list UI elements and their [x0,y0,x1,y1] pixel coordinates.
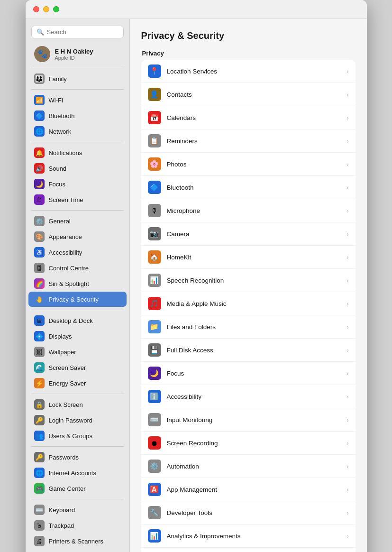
sidebar-item-wallpaper[interactable]: 🖼 Wallpaper [28,344,127,359]
sidebar-item-label: Focus [49,181,65,188]
row-homekit[interactable]: 🏠 HomeKit › [141,246,356,269]
close-button[interactable] [33,6,39,12]
row-speech-recognition[interactable]: 📊 Speech Recognition › [141,269,356,292]
row-location-services[interactable]: 📍 Location Services › [141,60,356,83]
chevron-icon: › [346,91,348,98]
row-reminders[interactable]: 📋 Reminders › [141,129,356,153]
sidebar-item-lock-screen[interactable]: 🔒 Lock Screen [28,397,127,412]
sidebar-item-privacy-security[interactable]: 🤚 Privacy & Security [28,292,127,307]
row-bluetooth[interactable]: 🔷 Bluetooth › [141,176,356,199]
family-icon: 👨‍👩‍👦 [34,74,45,84]
user-info: E H N Oakley Apple ID [55,48,93,61]
row-developer-tools[interactable]: 🔧 Developer Tools › [141,501,356,524]
chevron-icon: › [346,393,348,400]
sidebar-item-label: Keyboard [49,506,75,514]
location-services-icon: 📍 [148,64,161,78]
control-centre-icon: 🎛 [34,263,45,273]
sidebar-item-siri-spotlight[interactable]: 🌈 Siri & Spotlight [28,276,127,291]
row-camera[interactable]: 📷 Camera › [141,222,356,246]
section-label: Privacy [141,50,356,57]
row-full-disk-access[interactable]: 💾 Full Disk Access › [141,339,356,362]
sidebar-item-desktop-dock[interactable]: 🖥 Desktop & Dock [28,313,127,328]
sidebar: 🔍 🐾 E H N Oakley Apple ID 👨‍👩‍👦 Family [26,19,130,552]
sidebar-item-label: Siri & Spotlight [49,280,89,287]
search-box[interactable]: 🔍 [31,26,124,38]
sidebar-item-wifi[interactable]: 📶 Wi-Fi [28,92,127,108]
row-contacts[interactable]: 👤 Contacts › [141,83,356,106]
sidebar-item-label: Login Password [49,417,93,424]
sidebar-item-keyboard[interactable]: ⌨️ Keyboard [28,502,127,517]
minimize-button[interactable] [43,6,49,12]
sidebar-item-appearance[interactable]: 🎨 Appearance [28,229,127,244]
search-input[interactable] [47,28,119,36]
notifications-icon: 🔔 [34,147,45,158]
row-app-management[interactable]: 🅰️ App Management › [141,478,356,501]
row-label: Photos [167,161,341,168]
row-analytics-improvements[interactable]: 📊 Analytics & Improvements › [141,524,356,548]
row-media-apple-music[interactable]: 🎵 Media & Apple Music › [141,292,356,315]
row-input-monitoring[interactable]: ⌨️ Input Monitoring › [141,408,356,432]
chevron-icon: › [346,370,348,377]
sidebar-item-displays[interactable]: 💠 Displays [28,329,127,344]
sidebar-item-network[interactable]: 🌐 Network [28,124,127,139]
reminders-icon: 📋 [148,134,161,147]
row-files-folders[interactable]: 📁 Files and Folders › [141,315,356,339]
row-screen-recording[interactable]: ⏺ Screen Recording › [141,432,356,455]
sidebar-item-accessibility[interactable]: ♿ Accessibility [28,245,127,260]
maximize-button[interactable] [53,6,59,12]
screen-recording-icon: ⏺ [148,436,161,450]
sidebar-item-notifications[interactable]: 🔔 Notifications [28,145,127,160]
sidebar-item-label: Trackpad [49,522,74,529]
row-label: Screen Recording [167,440,341,447]
sidebar-item-label: Bluetooth [49,112,75,120]
sidebar-item-label: Accessibility [49,249,82,256]
sidebar-item-family[interactable]: 👨‍👩‍👦 Family [28,71,127,86]
sidebar-item-energy-saver[interactable]: ⚡ Energy Saver [28,376,127,391]
files-folders-icon: 📁 [148,320,161,333]
row-microphone[interactable]: 🎙 Microphone › [141,199,356,222]
sidebar-item-login-password[interactable]: 🔑 Login Password [28,413,127,428]
sidebar-item-game-center[interactable]: 🎮 Game Center [28,481,127,496]
trackpad-icon: 🖱 [34,520,45,531]
general-icon: ⚙️ [34,216,45,226]
title-bar [26,0,367,19]
sidebar-item-label: Printers & Scanners [49,538,104,545]
chevron-icon: › [346,300,348,307]
user-profile-item[interactable]: 🐾 E H N Oakley Apple ID [28,43,127,65]
sidebar-item-general[interactable]: ⚙️ General [28,213,127,229]
displays-icon: 💠 [34,331,45,341]
full-disk-access-icon: 💾 [148,343,161,357]
sidebar-item-screen-time[interactable]: ⏱ Screen Time [28,192,127,207]
chevron-icon: › [346,68,348,75]
sidebar-item-sound[interactable]: 🔊 Sound [28,161,127,176]
sidebar-item-passwords[interactable]: 🔑 Passwords [28,450,127,465]
sidebar-item-focus[interactable]: 🌙 Focus [28,176,127,192]
row-label: Developer Tools [167,509,341,516]
sidebar-item-label: Displays [49,333,72,340]
row-automation[interactable]: ⚙️ Automation › [141,455,356,478]
row-label: App Management [167,486,341,493]
row-label: Microphone [167,207,341,214]
screen-saver-icon: 🌊 [34,362,45,373]
chevron-icon: › [346,486,348,493]
row-apple-advertising[interactable]: 📢 Apple Advertising › [141,548,356,552]
automation-icon: ⚙️ [148,460,161,473]
row-photos[interactable]: 🌸 Photos › [141,153,356,176]
camera-icon: 📷 [148,227,161,240]
printers-scanners-icon: 🖨 [34,536,45,546]
login-password-icon: 🔑 [34,415,45,425]
row-calendars[interactable]: 📅 Calendars › [141,106,356,129]
privacy-icon: 🤚 [34,294,45,304]
bluetooth-row-icon: 🔷 [148,181,161,194]
sidebar-item-users-groups[interactable]: 👥 Users & Groups [28,428,127,443]
chevron-icon: › [346,463,348,470]
focus-icon: 🌙 [34,179,45,189]
sidebar-item-bluetooth[interactable]: 🔷 Bluetooth [28,108,127,123]
row-focus[interactable]: 🌙 Focus › [141,362,356,385]
sidebar-item-printers-scanners[interactable]: 🖨 Printers & Scanners [28,534,127,549]
sidebar-item-internet-accounts[interactable]: 🌐 Internet Accounts [28,465,127,480]
sidebar-item-trackpad[interactable]: 🖱 Trackpad [28,518,127,533]
row-accessibility[interactable]: ℹ️ Accessibility › [141,385,356,408]
sidebar-item-screen-saver[interactable]: 🌊 Screen Saver [28,360,127,375]
sidebar-item-control-centre[interactable]: 🎛 Control Centre [28,260,127,276]
